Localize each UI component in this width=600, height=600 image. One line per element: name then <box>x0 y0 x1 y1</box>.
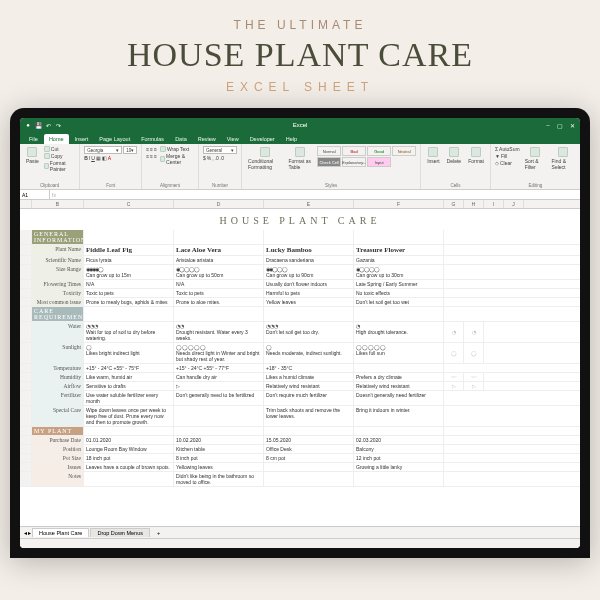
number-format-dropdown[interactable]: General▾ <box>203 146 237 154</box>
cell[interactable]: Use water soluble fertilizer every month <box>84 391 174 405</box>
style-good[interactable]: Good <box>367 146 391 156</box>
align-bot-button[interactable]: ≡ <box>154 146 157 152</box>
cell[interactable]: Office Desk <box>264 445 354 453</box>
cell[interactable]: ▷ <box>444 382 464 390</box>
tab-view[interactable]: View <box>222 134 244 144</box>
cell-plant-3[interactable]: Treasure Flower <box>354 245 444 255</box>
cut-button[interactable]: Cut <box>44 146 75 152</box>
undo-icon[interactable]: ↶ <box>44 121 52 129</box>
cell[interactable]: N/A <box>174 280 264 288</box>
maximize-icon[interactable]: ▢ <box>556 121 564 129</box>
align-right-button[interactable]: ≡ <box>154 153 157 159</box>
format-painter-button[interactable]: Format Painter <box>44 160 75 172</box>
align-top-button[interactable]: ≡ <box>146 146 149 152</box>
sheet-tab-dropdown[interactable]: Drop Down Menus <box>90 528 150 537</box>
autosave-icon[interactable]: ● <box>24 121 32 129</box>
align-mid-button[interactable]: ≡ <box>150 146 153 152</box>
sheet-tab-active[interactable]: House Plant Care <box>32 528 89 537</box>
cell[interactable]: Gazania <box>354 256 444 264</box>
autosum-button[interactable]: ΣAutoSum <box>495 146 520 152</box>
cell[interactable]: Leaves have a couple of brown spots. <box>84 463 174 471</box>
comma-button[interactable]: , <box>212 155 213 161</box>
cell[interactable] <box>354 364 444 372</box>
col-H[interactable]: H <box>464 200 484 208</box>
cell[interactable]: ◔◔◔Wait for top of soil to dry before wa… <box>84 322 174 342</box>
cell[interactable]: Yellowing leaves <box>174 463 264 471</box>
cell[interactable]: 8 cm pot <box>264 454 354 462</box>
tab-file[interactable]: File <box>24 134 43 144</box>
tab-data[interactable]: Data <box>170 134 192 144</box>
cell[interactable]: ◔◔◔Don't let soil get too dry. <box>264 322 354 342</box>
cell[interactable]: Dracaena sanderiana <box>264 256 354 264</box>
cell[interactable]: Toxic to pets <box>174 289 264 297</box>
cell[interactable]: Late Spring / Early Summer <box>354 280 444 288</box>
tab-page-layout[interactable]: Page Layout <box>94 134 135 144</box>
col-I[interactable]: I <box>484 200 504 208</box>
col-D[interactable]: D <box>174 200 264 208</box>
cell[interactable] <box>174 406 264 426</box>
cell[interactable]: Aristaloe aristata <box>174 256 264 264</box>
new-sheet-button[interactable]: + <box>151 529 163 537</box>
style-bad[interactable]: Bad <box>342 146 366 156</box>
cell[interactable]: 〰 <box>464 373 484 381</box>
close-icon[interactable]: ✕ <box>568 121 576 129</box>
style-neutral[interactable]: Neutral <box>392 146 416 156</box>
merge-center-button[interactable]: Merge & Center <box>160 153 194 165</box>
redo-icon[interactable]: ↷ <box>54 121 62 129</box>
cell[interactable]: 12 inch pot <box>354 454 444 462</box>
tab-formulas[interactable]: Formulas <box>136 134 169 144</box>
font-size-dropdown[interactable]: 10▾ <box>123 146 137 154</box>
clear-button[interactable]: ◇Clear <box>495 160 520 166</box>
sort-filter-button[interactable]: Sort & Filter <box>523 146 547 171</box>
cell[interactable]: +18° - 35°C <box>264 364 354 372</box>
cell[interactable]: Kitchen table <box>174 445 264 453</box>
col-C[interactable]: C <box>84 200 174 208</box>
cell[interactable] <box>354 472 444 486</box>
cell[interactable]: ◉◯◯◯◯Can grow up to 50cm <box>174 265 264 279</box>
cell[interactable]: ◯ <box>444 343 464 363</box>
col-F[interactable]: F <box>354 200 444 208</box>
cell[interactable]: ▷ <box>174 382 264 390</box>
cell[interactable]: ◯Likes bright indirect light <box>84 343 174 363</box>
tab-insert[interactable]: Insert <box>70 134 94 144</box>
cell[interactable]: ◔High drought tolerance. <box>354 322 444 342</box>
paste-button[interactable]: Paste <box>24 146 41 165</box>
insert-cells-button[interactable]: Insert <box>425 146 442 165</box>
cell[interactable]: Wipe down leaves once per week to keep f… <box>84 406 174 426</box>
cell[interactable]: ◔◔Drought resistant. Water every 3 weeks… <box>174 322 264 342</box>
conditional-formatting-button[interactable]: Conditional Formatting <box>246 146 283 171</box>
worksheet[interactable]: HOUSE PLANT CARE GENERAL INFORMATION Pla… <box>20 209 580 526</box>
cell[interactable]: Balcony <box>354 445 444 453</box>
cell[interactable]: ◯Needs moderate, indirect sunlight. <box>264 343 354 363</box>
cell[interactable]: Sensitive to drafts <box>84 382 174 390</box>
cell[interactable]: Toxic to pets <box>84 289 174 297</box>
cell[interactable]: Bring it indoors in winter. <box>354 406 444 426</box>
cell[interactable]: Like warm, humid air <box>84 373 174 381</box>
cell[interactable]: 18 inch pot <box>84 454 174 462</box>
cell[interactable]: 8 inch pot <box>174 454 264 462</box>
cell[interactable]: ◔ <box>464 322 484 342</box>
cell[interactable]: ◯ <box>464 343 484 363</box>
cell[interactable] <box>264 463 354 471</box>
cell[interactable]: Doesn't generally need fertilizer <box>354 391 444 405</box>
cell[interactable]: Don't generally need to be fertilized <box>174 391 264 405</box>
cell[interactable]: Relatively wind resistant <box>354 382 444 390</box>
cell-plant-0[interactable]: Fiddle Leaf Fig <box>84 245 174 255</box>
cell[interactable]: ◯◯◯◯◯Needs direct light in Winter and br… <box>174 343 264 363</box>
style-input[interactable]: Input <box>367 157 391 167</box>
format-as-table-button[interactable]: Format as Table <box>286 146 314 171</box>
cell[interactable]: Didn't like being in the bathroom so mov… <box>174 472 264 486</box>
wrap-text-button[interactable]: Wrap Text <box>160 146 194 152</box>
cell[interactable]: 10.02.2020 <box>174 436 264 444</box>
cell[interactable]: Prone to mealy bugs, aphids & mites <box>84 298 174 306</box>
col-B[interactable]: B <box>32 200 84 208</box>
cell[interactable] <box>264 472 354 486</box>
name-box[interactable]: A1 <box>20 190 50 199</box>
minimize-icon[interactable]: – <box>544 121 552 129</box>
cell[interactable]: Growing a little lanky <box>354 463 444 471</box>
cell[interactable]: Harmful to pets <box>264 289 354 297</box>
tab-developer[interactable]: Developer <box>245 134 280 144</box>
percent-button[interactable]: % <box>207 155 211 161</box>
cell-plant-2[interactable]: Lucky Bamboo <box>264 245 354 255</box>
cell[interactable]: 15.05.2020 <box>264 436 354 444</box>
